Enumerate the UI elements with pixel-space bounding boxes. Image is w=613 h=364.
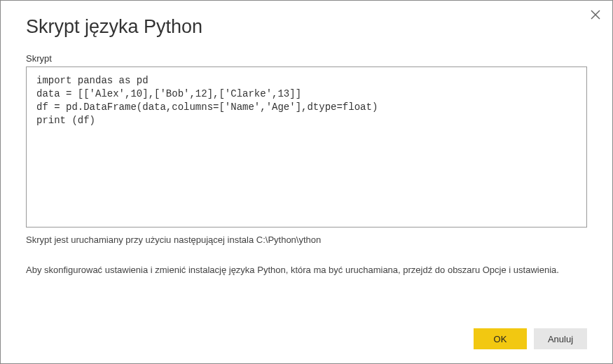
dialog-buttons: OK Anuluj <box>1 328 612 363</box>
config-info: Aby skonfigurować ustawienia i zmienić i… <box>26 265 587 275</box>
dialog-content: Skrypt języka Python Skrypt Skrypt jest … <box>1 1 612 328</box>
ok-button[interactable]: OK <box>474 328 527 349</box>
runtime-info: Skrypt jest uruchamiany przy użyciu nast… <box>26 234 587 245</box>
close-button[interactable] <box>588 8 602 22</box>
script-label: Skrypt <box>26 53 587 64</box>
cancel-button[interactable]: Anuluj <box>534 328 587 349</box>
dialog-title: Skrypt języka Python <box>26 16 587 38</box>
close-icon <box>591 10 600 20</box>
script-input[interactable] <box>26 66 587 227</box>
